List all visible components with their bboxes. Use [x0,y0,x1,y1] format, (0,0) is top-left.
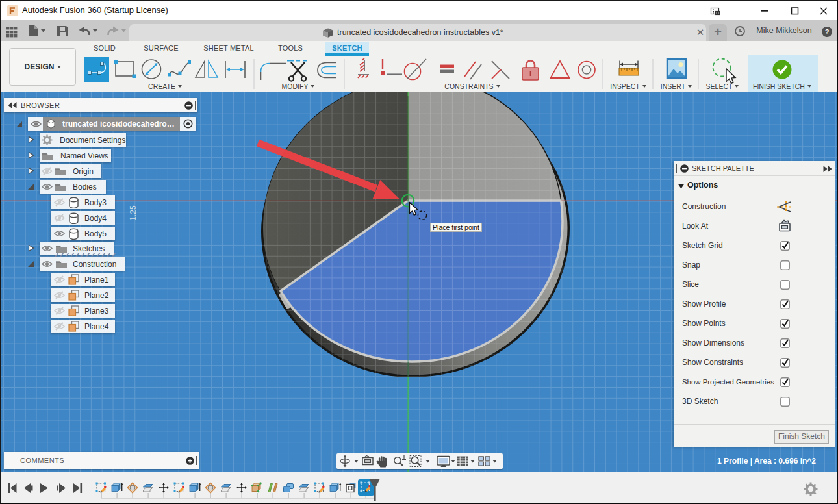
svg-text:1.25: 1.25 [129,205,138,221]
